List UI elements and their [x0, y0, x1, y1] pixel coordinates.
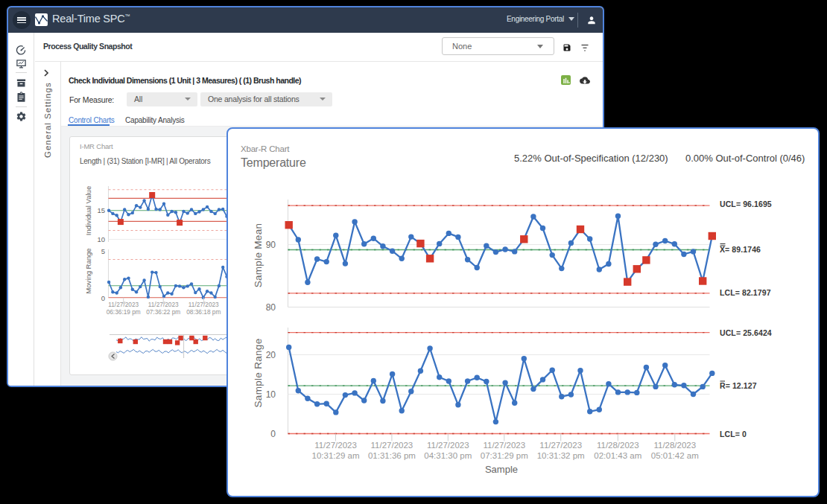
svg-text:15: 15 [97, 206, 105, 214]
svg-text:06:36:19 pm: 06:36:19 pm [107, 308, 141, 316]
svg-text:02:01:43 am: 02:01:43 am [594, 451, 641, 460]
svg-text:UCL= 96.1695: UCL= 96.1695 [720, 200, 772, 208]
svg-text:Sample: Sample [485, 464, 518, 475]
svg-text:80: 80 [266, 302, 276, 313]
svg-text:11/27/2023: 11/27/2023 [483, 441, 525, 450]
svg-text:5: 5 [101, 247, 105, 255]
svg-text:I-MR Chart: I-MR Chart [80, 142, 113, 150]
svg-text:Sample Mean: Sample Mean [253, 223, 264, 288]
svg-text:11/27/2023: 11/27/2023 [148, 301, 179, 308]
svg-text:Sample Range: Sample Range [253, 339, 264, 408]
svg-text:LCL= 82.1797: LCL= 82.1797 [720, 288, 771, 297]
svg-text:07:36:22 pm: 07:36:22 pm [146, 308, 180, 316]
svg-text:90: 90 [266, 240, 276, 250]
svg-text:10:31:29 am: 10:31:29 am [312, 451, 360, 460]
svg-text:Moving Range: Moving Range [84, 248, 92, 293]
svg-text:08:36:18 pm: 08:36:18 pm [186, 308, 221, 316]
svg-text:04:31:30 pm: 04:31:30 pm [424, 451, 472, 460]
svg-text:UCL= 25.6424: UCL= 25.6424 [720, 328, 772, 337]
svg-text:11/27/2023: 11/27/2023 [539, 441, 582, 450]
svg-text:11/28/2023: 11/28/2023 [653, 441, 696, 450]
svg-text:0: 0 [270, 429, 276, 439]
svg-text:11/27/2023: 11/27/2023 [314, 441, 357, 450]
svg-text:11/27/2023: 11/27/2023 [371, 441, 414, 450]
svg-text:0: 0 [101, 294, 105, 302]
svg-text:X= 89.1746: X= 89.1746 [720, 245, 761, 254]
svg-text:10: 10 [266, 389, 276, 400]
svg-text:Length | (31) Station [I-MR] |: Length | (31) Station [I-MR] | All Opera… [80, 157, 211, 165]
svg-text:LCL= 0: LCL= 0 [720, 430, 747, 438]
svg-text:Individual Value: Individual Value [84, 186, 92, 235]
svg-text:01:31:36 pm: 01:31:36 pm [368, 451, 416, 460]
svg-text:11/28/2023: 11/28/2023 [597, 441, 639, 450]
svg-text:10:31:32 pm: 10:31:32 pm [537, 451, 585, 460]
svg-text:11/27/2023: 11/27/2023 [108, 301, 139, 308]
svg-text:11/27/2023: 11/27/2023 [427, 441, 469, 450]
svg-text:10: 10 [97, 235, 105, 243]
svg-text:11/27/2023: 11/27/2023 [188, 301, 219, 308]
svg-text:05:01:42 am: 05:01:42 am [651, 451, 699, 460]
svg-text:20: 20 [266, 350, 276, 360]
svg-text:07:31:29 pm: 07:31:29 pm [481, 451, 528, 460]
svg-text:R= 12.127: R= 12.127 [720, 381, 757, 390]
